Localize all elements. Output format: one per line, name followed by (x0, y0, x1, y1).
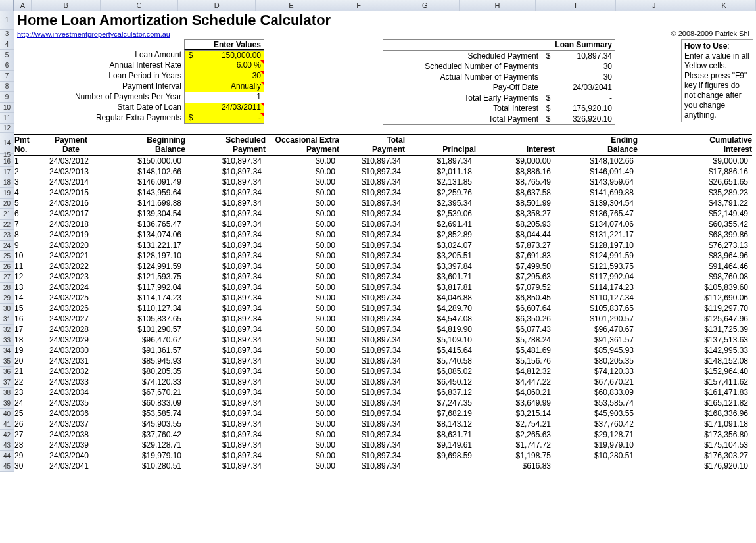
amort-cell[interactable]: $8,886.16 (476, 166, 555, 177)
amort-cell[interactable]: $10,897.34 (339, 156, 405, 166)
row-head-25[interactable]: 25 (0, 251, 14, 262)
amort-cell[interactable]: $10,897.34 (339, 293, 405, 303)
input-cell[interactable]: $ 150,000.00 (184, 50, 264, 60)
amort-cell[interactable]: $10,897.34 (339, 461, 405, 471)
amort-cell[interactable]: $2,539.06 (405, 208, 476, 219)
amort-cell[interactable]: $10,897.34 (185, 450, 266, 461)
amort-cell[interactable]: $10,897.34 (339, 429, 405, 440)
amort-cell[interactable]: $128,197.10 (555, 240, 638, 250)
row-head-17[interactable]: 17 (0, 167, 14, 177)
amort-cell[interactable]: $124,991.59 (555, 250, 638, 261)
col-head-F[interactable]: F (327, 0, 391, 11)
amort-cell[interactable]: $10,897.34 (185, 240, 266, 250)
amort-cell[interactable]: 24/03/2022 (37, 261, 105, 272)
amort-cell[interactable]: $10,897.34 (339, 408, 405, 419)
amort-cell[interactable]: $117,992.04 (555, 272, 638, 282)
amort-cell[interactable]: 8 (14, 229, 37, 240)
amort-cell[interactable]: 29 (14, 450, 37, 461)
amort-cell[interactable]: $6,607.64 (476, 303, 555, 314)
row-head-27[interactable]: 27 (0, 272, 14, 283)
amort-cell[interactable]: $8,358.27 (476, 208, 555, 219)
amort-cell[interactable]: $10,897.34 (185, 377, 266, 387)
amort-cell[interactable]: $0.00 (266, 408, 339, 419)
col-head-I[interactable]: I (536, 0, 616, 11)
amort-cell[interactable]: $4,819.90 (405, 324, 476, 335)
amort-cell[interactable]: $10,897.34 (185, 345, 266, 356)
row-head-26[interactable]: 26 (0, 262, 14, 272)
amort-cell[interactable]: $148,152.08 (638, 356, 752, 366)
amort-cell[interactable]: 24/03/2017 (37, 208, 105, 219)
amort-cell[interactable]: $53,585.74 (555, 398, 638, 408)
amort-cell[interactable]: $0.00 (266, 314, 339, 324)
amort-cell[interactable]: 3 (14, 177, 37, 187)
amort-cell[interactable]: $8,765.49 (476, 177, 555, 187)
amort-cell[interactable]: $10,897.34 (339, 240, 405, 250)
row-head-30[interactable]: 30 (0, 304, 14, 314)
row-head-1[interactable]: 1 (0, 11, 14, 30)
amort-cell[interactable]: $37,760.42 (105, 429, 185, 440)
amort-cell[interactable]: $91,361.57 (555, 335, 638, 345)
amort-cell[interactable]: $4,289.70 (405, 303, 476, 314)
amort-cell[interactable]: $37,760.42 (555, 419, 638, 429)
amort-cell[interactable]: $10,897.34 (339, 177, 405, 187)
amort-cell[interactable]: $0.00 (266, 429, 339, 440)
amort-cell[interactable]: 14 (14, 293, 37, 303)
amort-cell[interactable]: $136,765.47 (105, 219, 185, 229)
amort-cell[interactable]: $10,897.34 (185, 387, 266, 398)
amort-cell[interactable]: $10,897.34 (185, 461, 266, 471)
amort-cell[interactable]: 24/03/2039 (37, 440, 105, 450)
amort-cell[interactable]: $76,273.13 (638, 240, 752, 250)
amort-cell[interactable]: $8,205.93 (476, 219, 555, 229)
amort-cell[interactable]: 24/03/2026 (37, 303, 105, 314)
amort-cell[interactable]: 15 (14, 303, 37, 314)
row-head-8[interactable]: 8 (0, 82, 14, 92)
amort-cell[interactable]: $10,897.34 (339, 366, 405, 377)
row-head-43[interactable]: 43 (0, 440, 14, 451)
amort-cell[interactable]: 24/03/2041 (37, 461, 105, 471)
amort-cell[interactable]: $2,754.21 (476, 419, 555, 429)
amort-cell[interactable]: $173,356.80 (638, 429, 752, 440)
amort-cell[interactable]: $10,897.34 (185, 398, 266, 408)
amort-cell[interactable]: $10,897.34 (339, 398, 405, 408)
select-all-corner[interactable] (0, 0, 14, 11)
amort-cell[interactable]: 24/03/2020 (37, 240, 105, 250)
input-cell[interactable]: 24/03/2011 (184, 103, 264, 113)
amort-cell[interactable]: 9 (14, 240, 37, 250)
amort-cell[interactable]: 26 (14, 419, 37, 429)
amort-cell[interactable]: $150,000.00 (105, 156, 185, 166)
amort-cell[interactable]: $29,128.71 (105, 440, 185, 450)
amort-cell[interactable]: $8,044.44 (476, 229, 555, 240)
amort-cell[interactable]: $148,102.66 (105, 166, 185, 177)
amort-cell[interactable]: $10,897.34 (185, 272, 266, 282)
amort-cell[interactable]: 24/03/2031 (37, 356, 105, 366)
amort-cell[interactable]: $10,897.34 (185, 229, 266, 240)
amort-cell[interactable]: $10,897.34 (185, 293, 266, 303)
amort-cell[interactable]: 10 (14, 250, 37, 261)
amort-cell[interactable]: $142,995.33 (638, 345, 752, 356)
amort-cell[interactable]: $0.00 (266, 250, 339, 261)
row-head-31[interactable]: 31 (0, 314, 14, 325)
row-head-19[interactable]: 19 (0, 188, 14, 199)
row-head-29[interactable]: 29 (0, 293, 14, 304)
amort-cell[interactable]: $176,303.27 (638, 450, 752, 461)
amort-cell[interactable]: 24/03/2032 (37, 366, 105, 377)
amort-cell[interactable]: $10,897.34 (339, 314, 405, 324)
amort-cell[interactable] (555, 461, 638, 471)
amort-cell[interactable]: $67,670.21 (105, 387, 185, 398)
amort-cell[interactable]: $60,833.09 (105, 398, 185, 408)
row-head-45[interactable]: 45 (0, 461, 14, 472)
amort-cell[interactable]: 24/03/2034 (37, 387, 105, 398)
amort-cell[interactable]: $0.00 (266, 261, 339, 272)
amort-cell[interactable]: $105,837.65 (555, 303, 638, 314)
amort-cell[interactable]: $6,350.26 (476, 314, 555, 324)
amort-cell[interactable]: $0.00 (266, 366, 339, 377)
amort-cell[interactable]: $128,197.10 (105, 250, 185, 261)
amort-cell[interactable]: $10,897.34 (185, 356, 266, 366)
amort-cell[interactable]: $101,290.57 (105, 324, 185, 335)
amort-cell[interactable]: $10,897.34 (185, 156, 266, 166)
amort-cell[interactable]: $0.00 (266, 156, 339, 166)
amort-cell[interactable]: $7,295.63 (476, 272, 555, 282)
row-head-34[interactable]: 34 (0, 346, 14, 356)
amort-cell[interactable]: $136,765.47 (555, 208, 638, 219)
amort-cell[interactable]: $114,174.23 (555, 282, 638, 293)
